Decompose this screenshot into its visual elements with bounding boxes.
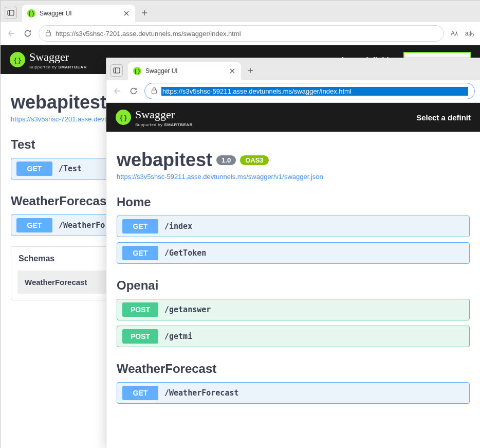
swagger-mark-icon: { } <box>10 52 25 67</box>
select-definition: Select a definit <box>416 113 471 122</box>
swagger-logo: { } Swagger Supported by SMARTBEAR <box>10 50 87 69</box>
op-path: /WeatherForecast <box>164 388 239 398</box>
section-openai[interactable]: Openai <box>117 278 470 293</box>
swagger-header: { } Swagger Supported by SMARTBEAR Selec… <box>106 103 480 132</box>
url-text: https://s3v5shsc-59211.asse.devtunnels.m… <box>161 87 468 96</box>
op-path: /getmi <box>164 332 192 341</box>
close-tab-icon[interactable] <box>229 67 236 75</box>
tab-strip: { } Swagger UI <box>106 58 480 80</box>
method-badge: POST <box>122 302 158 317</box>
new-tab-button[interactable] <box>137 6 152 20</box>
swagger-sub: Supported by SMARTBEAR <box>135 122 193 127</box>
reading-mode-icon[interactable]: A٨ <box>449 30 459 37</box>
tab-actions-icon[interactable] <box>5 7 17 19</box>
version-badge: 1.0 <box>216 155 236 165</box>
swagger-word: Swagger <box>135 108 175 121</box>
swagger-logo: { } Swagger Supported by SMARTBEAR <box>116 108 193 127</box>
browser-window-b: { } Swagger UI https://s3v5shsc-5 <box>106 58 480 448</box>
url-field[interactable]: https://s3v5shsc-59211.asse.devtunnels.m… <box>144 83 475 99</box>
method-badge: GET <box>122 386 158 400</box>
refresh-icon[interactable] <box>22 28 33 39</box>
method-badge: GET <box>122 246 158 260</box>
back-icon[interactable] <box>6 28 17 39</box>
api-spec-link[interactable]: https://s3v5shsc-59211.asse.devtunnels.m… <box>117 173 470 181</box>
tab-title: Swagger UI <box>145 67 225 75</box>
close-tab-icon[interactable] <box>123 10 130 17</box>
method-badge: GET <box>16 162 52 176</box>
lock-icon <box>45 29 51 38</box>
back-icon[interactable] <box>112 85 123 97</box>
tab-strip: { } Swagger UI <box>1 1 480 22</box>
new-tab-button[interactable] <box>243 63 257 78</box>
section-weatherforecast[interactable]: WeatherForecast <box>117 362 470 376</box>
op-path: /getanswer <box>164 305 211 314</box>
svg-rect-6 <box>46 32 51 36</box>
method-badge: GET <box>16 218 52 232</box>
op-gettoken-get[interactable]: GET /GetToken <box>117 242 470 264</box>
section-home[interactable]: Home <box>117 195 470 209</box>
swagger-mark-icon: { } <box>116 110 131 125</box>
method-badge: POST <box>122 329 158 344</box>
swagger-content: webapitest 1.0 OAS3 https://s3v5shsc-592… <box>106 132 480 419</box>
url-field[interactable]: https://s3v5shsc-7201.asse.devtunnels.ms… <box>39 25 444 42</box>
op-getanswer-post[interactable]: POST /getanswer <box>117 299 470 320</box>
select-definition-label: Select a definit <box>416 113 471 122</box>
browser-tab[interactable]: { } Swagger UI <box>128 62 241 80</box>
op-path: /index <box>164 222 192 231</box>
swagger-favicon: { } <box>27 9 35 17</box>
address-bar: https://s3v5shsc-7201.asse.devtunnels.ms… <box>1 22 480 45</box>
svg-rect-7 <box>114 68 120 73</box>
svg-rect-0 <box>8 10 14 15</box>
svg-rect-13 <box>152 90 157 94</box>
address-bar: https://s3v5shsc-59211.asse.devtunnels.m… <box>106 80 480 103</box>
browser-tab[interactable]: { } Swagger UI <box>22 5 135 22</box>
lock-icon <box>151 87 157 96</box>
op-getmi-post[interactable]: POST /getmi <box>117 326 470 347</box>
op-path: /GetToken <box>164 248 206 258</box>
tab-actions-icon[interactable] <box>110 64 123 77</box>
oas-badge: OAS3 <box>240 155 268 165</box>
swagger-favicon: { } <box>133 67 141 75</box>
refresh-icon[interactable] <box>128 85 139 97</box>
op-path: /Test <box>59 164 82 173</box>
op-weatherforecast-get[interactable]: GET /WeatherForecast <box>117 382 470 404</box>
tab-title: Swagger UI <box>40 10 119 17</box>
url-text: https://s3v5shsc-7201.asse.devtunnels.ms… <box>56 30 437 38</box>
swagger-sub: Supported by SMARTBEAR <box>29 65 87 69</box>
op-index-get[interactable]: GET /index <box>117 216 470 237</box>
translate-icon[interactable]: aあ <box>465 29 475 38</box>
api-title: webapitest <box>117 149 212 171</box>
swagger-word: Swagger <box>29 50 69 63</box>
method-badge: GET <box>122 219 158 234</box>
api-title: webapitest <box>11 92 106 113</box>
